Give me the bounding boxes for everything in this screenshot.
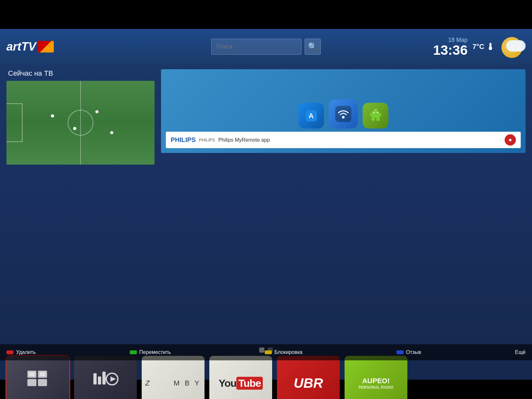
toolbar-item-review: Отзыв bbox=[396, 349, 421, 355]
wifi-icon bbox=[329, 100, 358, 128]
svg-rect-6 bbox=[370, 113, 372, 116]
svg-rect-5 bbox=[372, 113, 380, 118]
date-time: 18 Мар 13:36 bbox=[433, 37, 468, 57]
toolbar-item-delete: Удалить bbox=[6, 349, 36, 355]
control-icon: ● bbox=[505, 134, 516, 146]
zombie-tile[interactable]: Z · · · M B Y bbox=[142, 356, 204, 399]
apps-section: App Gallery TV on Demand bbox=[0, 356, 532, 399]
aupeo-icon-area: AUPEO! PERSONAL RADIO bbox=[358, 356, 393, 399]
banner-content: A bbox=[161, 69, 526, 153]
tv-preview[interactable] bbox=[6, 81, 155, 165]
svg-rect-2 bbox=[335, 106, 351, 122]
header-right: 18 Мар 13:36 7°C 🌡 bbox=[433, 35, 526, 58]
search-input[interactable] bbox=[211, 39, 301, 55]
review-label: Отзыв bbox=[406, 349, 421, 355]
tv-demand-tile[interactable]: TV on Demand bbox=[74, 356, 137, 399]
now-tv-panel: Сейчас на ТВ bbox=[6, 69, 155, 339]
zombie-icon-area: Z · · · M B Y bbox=[145, 356, 201, 399]
svg-rect-7 bbox=[379, 113, 381, 116]
ubr-text: UBR bbox=[294, 375, 323, 391]
top-bar bbox=[0, 0, 532, 29]
svg-rect-17 bbox=[40, 372, 45, 376]
banner-icons: A bbox=[298, 100, 388, 128]
app-gallery-icon-area bbox=[27, 356, 49, 399]
btn-red bbox=[6, 350, 14, 354]
svg-rect-15 bbox=[38, 379, 47, 386]
youtube-tube: Tube bbox=[236, 377, 263, 390]
svg-rect-18 bbox=[93, 373, 97, 385]
banner-image[interactable]: A bbox=[161, 69, 526, 153]
time-display: 13:36 bbox=[433, 43, 468, 57]
logo-area: artTV bbox=[6, 40, 71, 53]
ubr-tile[interactable]: UBR bbox=[277, 356, 340, 399]
zombie-text: Z · · · M B Y bbox=[145, 379, 201, 387]
svg-marker-22 bbox=[110, 376, 116, 382]
svg-rect-9 bbox=[376, 118, 380, 121]
logo-text: artTV bbox=[6, 40, 36, 53]
ubr-icon-area: UBR bbox=[294, 356, 323, 399]
temperature: 7°C 🌡 bbox=[472, 42, 495, 52]
btn-green bbox=[130, 350, 137, 354]
aupeo-tile[interactable]: AUPEO! PERSONAL RADIO bbox=[345, 356, 407, 399]
cloud-icon bbox=[506, 40, 526, 52]
android-icon bbox=[363, 103, 388, 128]
svg-point-11 bbox=[377, 112, 378, 113]
now-tv-title: Сейчас на ТВ bbox=[6, 69, 155, 78]
svg-rect-16 bbox=[29, 372, 35, 376]
youtube-logo: YouTube bbox=[219, 377, 263, 389]
bottom-toolbar: Удалить Переместить Блокировка Отзыв Ещё bbox=[0, 344, 532, 360]
btn-blue bbox=[396, 350, 404, 354]
main-area: artTV 🔍 18 Мар 13:36 7°C 🌡 Сейча bbox=[0, 29, 532, 380]
delete-label: Удалить bbox=[16, 349, 36, 355]
aupeo-text: AUPEO! PERSONAL RADIO bbox=[358, 377, 393, 390]
toolbar-item-move: Переместить bbox=[130, 349, 171, 355]
banner-panel: POWERED BY gracenote 📷 A bbox=[161, 69, 526, 339]
svg-point-3 bbox=[342, 116, 345, 119]
app-gallery-icon bbox=[27, 370, 49, 388]
youtube-icon-area: YouTube bbox=[219, 356, 263, 399]
philips-brand: PHILIPS bbox=[171, 136, 196, 144]
content-area: Сейчас на ТВ bbox=[0, 64, 532, 344]
app-gallery-tile[interactable]: App Gallery bbox=[6, 356, 69, 399]
svg-point-10 bbox=[373, 112, 375, 113]
btn-yellow bbox=[265, 350, 272, 354]
youtube-tile[interactable]: YouTube bbox=[209, 356, 272, 399]
apps-row-1: App Gallery TV on Demand bbox=[6, 356, 526, 399]
search-area: 🔍 bbox=[211, 39, 321, 55]
more-label: Ещё bbox=[515, 349, 526, 355]
header: artTV 🔍 18 Мар 13:36 7°C 🌡 bbox=[0, 29, 532, 64]
tv-demand-icon bbox=[93, 370, 119, 388]
soccer-field bbox=[6, 81, 155, 165]
tv-demand-icon-area bbox=[93, 356, 119, 399]
move-label: Переместить bbox=[139, 349, 171, 355]
youtube-you: You bbox=[219, 377, 236, 389]
svg-text:A: A bbox=[309, 112, 314, 120]
banner-subtitle: PHILIPS bbox=[199, 138, 215, 142]
svg-rect-8 bbox=[372, 118, 375, 121]
banner-bottom: PHILIPS PHILIPS Philips MyRemote app ● bbox=[166, 132, 521, 148]
banner-description: Philips MyRemote app bbox=[218, 137, 270, 143]
toolbar-item-lock: Блокировка bbox=[265, 349, 302, 355]
logo-flag bbox=[38, 41, 54, 52]
svg-rect-20 bbox=[102, 372, 106, 385]
svg-rect-14 bbox=[27, 379, 36, 386]
appstore-icon: A bbox=[298, 103, 324, 128]
svg-rect-19 bbox=[98, 376, 101, 385]
banner-wrapper: 📷 A bbox=[161, 69, 526, 153]
lock-label: Блокировка bbox=[274, 349, 302, 355]
weather-widget bbox=[500, 35, 526, 58]
toolbar-item-more: Ещё bbox=[515, 349, 526, 355]
search-button[interactable]: 🔍 bbox=[305, 39, 321, 55]
